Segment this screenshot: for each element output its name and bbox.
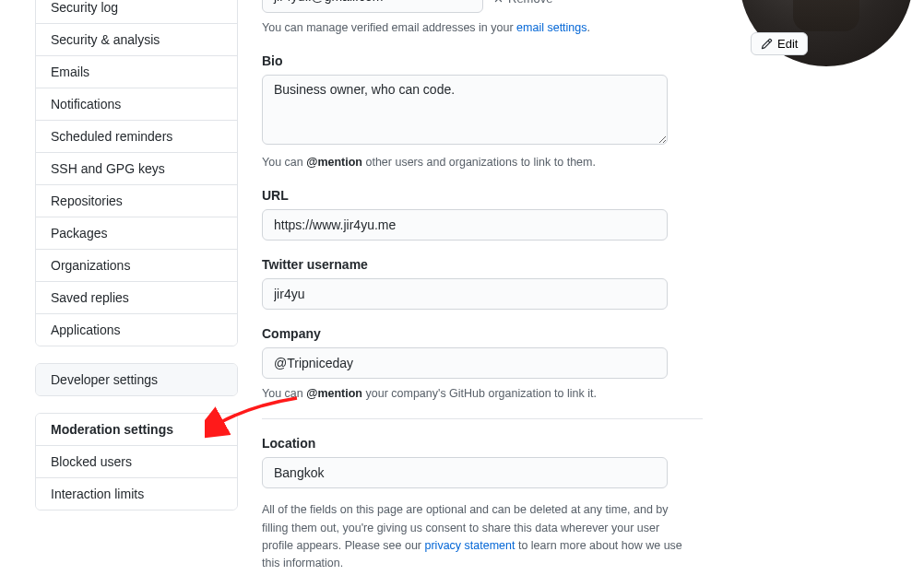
bio-label: Bio xyxy=(262,53,705,68)
settings-sidebar: Security log Security & analysis Emails … xyxy=(35,0,238,575)
nav-security-log[interactable]: Security log xyxy=(36,0,237,24)
bio-textarea[interactable]: Business owner, who can code. xyxy=(262,75,668,145)
remove-label: Remove xyxy=(508,0,552,6)
nav-developer-settings[interactable]: Developer settings xyxy=(36,364,237,395)
divider xyxy=(262,418,703,419)
email-help: You can manage verified email addresses … xyxy=(262,19,705,37)
edit-avatar-label: Edit xyxy=(777,37,798,51)
url-input[interactable] xyxy=(262,209,668,241)
location-input[interactable] xyxy=(262,457,668,488)
settings-nav-developer: Developer settings xyxy=(35,363,238,396)
nav-packages[interactable]: Packages xyxy=(36,217,237,250)
nav-scheduled-reminders[interactable]: Scheduled reminders xyxy=(36,121,237,153)
location-label: Location xyxy=(262,436,705,451)
nav-notifications[interactable]: Notifications xyxy=(36,88,237,121)
moderation-header: Moderation settings xyxy=(36,414,237,446)
nav-emails[interactable]: Emails xyxy=(36,56,237,88)
twitter-label: Twitter username xyxy=(262,257,705,272)
twitter-input[interactable] xyxy=(262,278,668,310)
bio-help: You can @mention other users and organiz… xyxy=(262,154,705,171)
profile-form: jir4yu.l@gmail.com Remove You can manage… xyxy=(238,0,705,575)
nav-saved-replies[interactable]: Saved replies xyxy=(36,282,237,314)
nav-applications[interactable]: Applications xyxy=(36,314,237,346)
settings-nav-moderation: Moderation settings Blocked users Intera… xyxy=(35,413,238,510)
settings-nav-primary: Security log Security & analysis Emails … xyxy=(35,0,238,346)
footnote: All of the fields on this page are optio… xyxy=(262,501,690,573)
nav-interaction-limits[interactable]: Interaction limits xyxy=(36,478,237,510)
nav-repositories[interactable]: Repositories xyxy=(36,185,237,217)
nav-security-analysis[interactable]: Security & analysis xyxy=(36,24,237,56)
x-icon xyxy=(492,0,504,5)
edit-avatar-button[interactable]: Edit xyxy=(751,32,808,55)
pencil-icon xyxy=(761,38,773,50)
company-label: Company xyxy=(262,326,705,341)
company-input[interactable] xyxy=(262,347,668,379)
avatar-region: Edit xyxy=(740,0,913,66)
email-settings-link[interactable]: email settings xyxy=(516,21,586,34)
public-email-select[interactable]: jir4yu.l@gmail.com xyxy=(262,0,483,13)
url-label: URL xyxy=(262,188,705,203)
company-help: You can @mention your company's GitHub o… xyxy=(262,385,705,403)
remove-email-link[interactable]: Remove xyxy=(492,0,552,6)
nav-ssh-gpg-keys[interactable]: SSH and GPG keys xyxy=(36,153,237,185)
nav-blocked-users[interactable]: Blocked users xyxy=(36,446,237,478)
nav-organizations[interactable]: Organizations xyxy=(36,250,237,282)
privacy-statement-link[interactable]: privacy statement xyxy=(425,539,515,552)
public-email-value: jir4yu.l@gmail.com xyxy=(274,0,383,4)
